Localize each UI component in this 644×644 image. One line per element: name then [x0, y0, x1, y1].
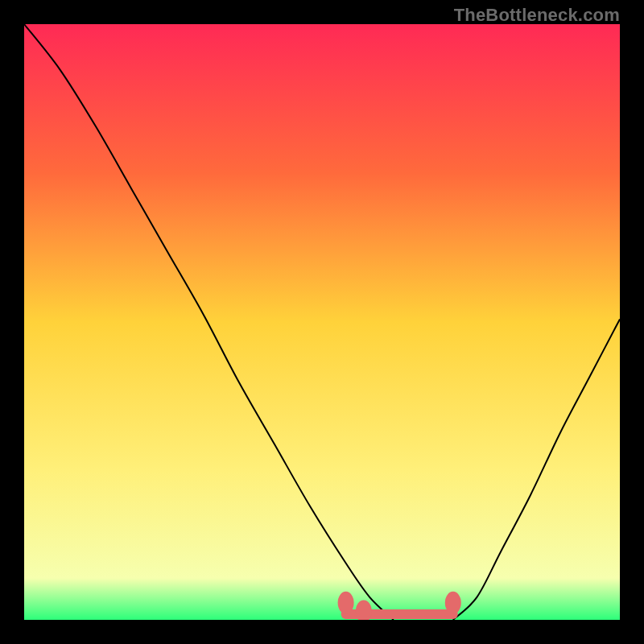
plot-area	[24, 24, 620, 620]
chart-svg	[24, 24, 620, 620]
stage: TheBottleneck.com	[0, 0, 644, 644]
left-descending-curve	[24, 24, 394, 620]
accent-marker	[445, 592, 461, 614]
watermark-text: TheBottleneck.com	[454, 5, 620, 26]
accent-marker	[338, 592, 354, 614]
accent-marker	[356, 600, 372, 620]
right-ascending-curve	[453, 319, 620, 620]
